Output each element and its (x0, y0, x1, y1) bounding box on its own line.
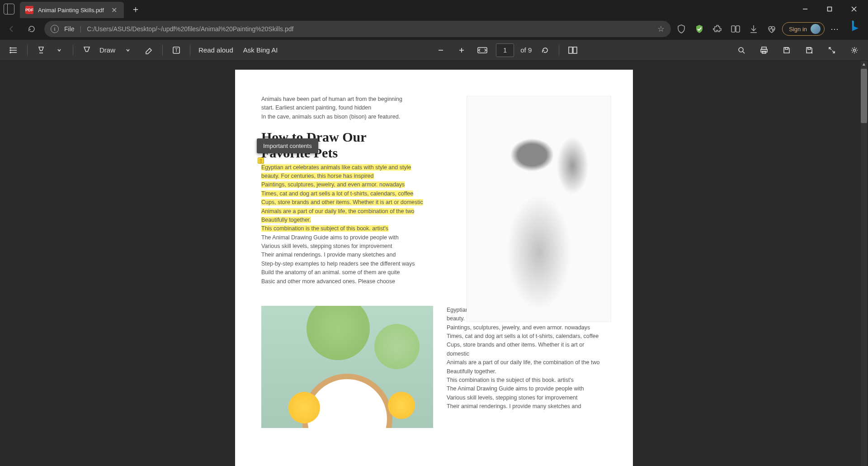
window-controls (795, 2, 864, 16)
fullscreen-button[interactable] (825, 43, 839, 57)
pdf-viewport[interactable]: ▲ Important contents Animals have been p… (0, 61, 868, 466)
tab-close-button[interactable]: ✕ (109, 6, 118, 14)
signin-label: Sign in (789, 26, 807, 33)
draw-dropdown[interactable] (121, 43, 135, 57)
bing-icon (849, 20, 860, 32)
scrollbar-thumb[interactable] (861, 69, 867, 123)
save-as-button[interactable] (802, 43, 816, 57)
browser-tab[interactable]: PDF Animal Painting Skills.pdf ✕ (20, 2, 124, 18)
avatar-icon (811, 24, 821, 34)
performance-icon[interactable] (767, 24, 777, 34)
refresh-button[interactable] (24, 22, 39, 36)
svg-rect-26 (761, 49, 767, 52)
text-button[interactable]: T (169, 43, 184, 57)
read-aloud-button[interactable]: Read aloud (197, 46, 235, 54)
erase-button[interactable] (142, 43, 156, 57)
svg-rect-1 (828, 7, 832, 11)
svg-point-23 (739, 48, 743, 52)
scroll-up-button[interactable]: ▲ (861, 62, 867, 68)
split-screen-icon[interactable] (731, 24, 741, 34)
settings-button[interactable] (847, 43, 862, 57)
svg-rect-28 (785, 48, 788, 49)
downloads-icon[interactable] (749, 24, 759, 34)
search-button[interactable] (734, 43, 749, 57)
page-total-label: of 9 (520, 46, 532, 54)
address-row: i File | C:/Users/ASUS/Desktop/~/updf%20… (0, 18, 868, 40)
draw-icon[interactable] (80, 43, 94, 57)
intro-paragraph: Animals have been part of human art from… (261, 95, 406, 121)
rotate-button[interactable] (538, 43, 552, 57)
svg-point-11 (10, 48, 11, 48)
fit-width-button[interactable] (475, 43, 490, 57)
url-scheme-label: File (64, 25, 75, 33)
svg-line-24 (743, 52, 745, 53)
back-button[interactable] (5, 22, 19, 36)
svg-rect-29 (808, 48, 811, 49)
right-column-text: Egyptian art celebrates animals like cat… (447, 306, 607, 428)
print-button[interactable] (757, 43, 771, 57)
bing-chat-button[interactable] (845, 20, 863, 38)
svg-text:T: T (175, 48, 178, 53)
security-shield-icon[interactable] (694, 24, 704, 34)
tracking-shield-icon[interactable] (676, 24, 686, 34)
pdf-toolbar: Draw T Read aloud Ask Bing AI of 9 (0, 40, 868, 61)
save-button[interactable] (779, 43, 794, 57)
more-menu-button[interactable]: ⋯ (830, 24, 840, 34)
extensions-icon[interactable] (712, 24, 722, 34)
ask-bing-ai-button[interactable]: Ask Bing AI (241, 46, 280, 54)
svg-rect-4 (731, 26, 735, 32)
embroidery-image (261, 306, 433, 428)
signin-button[interactable]: Sign in (782, 22, 825, 36)
tab-actions-icon[interactable] (4, 4, 14, 14)
highlight-button[interactable] (34, 43, 48, 57)
svg-point-32 (854, 49, 856, 51)
svg-rect-5 (736, 26, 740, 32)
page-view-button[interactable] (566, 43, 580, 57)
svg-point-13 (10, 52, 11, 53)
address-bar[interactable]: i File | C:/Users/ASUS/Desktop/~/updf%20… (44, 21, 671, 37)
minimize-button[interactable] (795, 2, 816, 16)
contents-toggle-button[interactable] (6, 43, 21, 57)
toolbar-extensions (676, 24, 777, 34)
site-info-icon[interactable]: i (51, 25, 59, 33)
favorite-star-icon[interactable]: ☆ (657, 24, 665, 34)
url-separator: | (80, 25, 82, 33)
highlight-dropdown[interactable] (52, 43, 66, 57)
annotation-tooltip: Important contents (257, 138, 318, 153)
tab-title: Animal Painting Skills.pdf (38, 7, 105, 14)
new-tab-button[interactable]: ＋ (129, 3, 142, 15)
svg-rect-21 (569, 47, 572, 53)
zoom-out-button[interactable] (434, 43, 448, 57)
svg-rect-22 (573, 47, 577, 53)
maximize-button[interactable] (819, 2, 840, 16)
sticky-note-icon[interactable] (258, 157, 264, 164)
titlebar: PDF Animal Painting Skills.pdf ✕ ＋ (0, 0, 868, 18)
svg-point-12 (10, 50, 11, 51)
highlighted-paragraph: Egyptian art celebrates animals like cat… (261, 163, 424, 286)
pdf-favicon-icon: PDF (25, 6, 33, 14)
zoom-in-button[interactable] (454, 43, 469, 57)
draw-label[interactable]: Draw (98, 46, 117, 54)
close-window-button[interactable] (844, 2, 864, 16)
dog-sketch-image (467, 96, 611, 322)
pdf-page: Important contents Animals have been par… (235, 70, 633, 466)
page-number-input[interactable] (496, 43, 514, 57)
url-text: C:/Users/ASUS/Desktop/~/updf%20files/Ani… (87, 25, 652, 33)
